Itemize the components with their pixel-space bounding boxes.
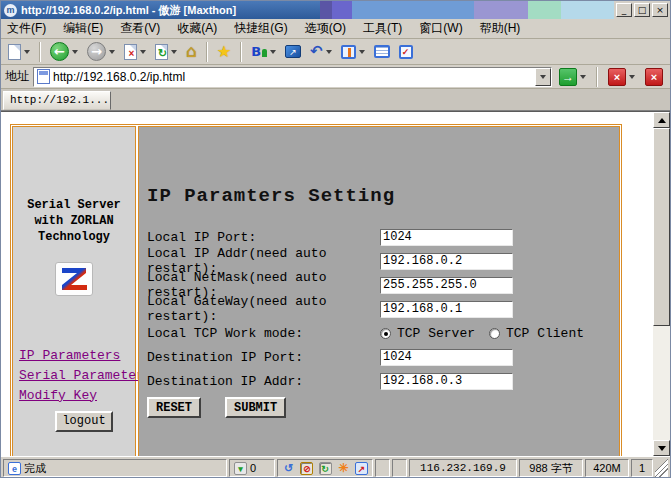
- tab-bar: http://192.1...: [1, 89, 670, 111]
- field-label: Destination IP Addr:: [147, 374, 380, 389]
- menu-favorites[interactable]: 收藏(A): [177, 20, 217, 37]
- radio-label: TCP Server: [397, 326, 475, 341]
- refresh-button[interactable]: ↻: [152, 41, 180, 63]
- address-label: 地址: [5, 68, 29, 85]
- brand-line: Serial Server: [27, 197, 121, 213]
- address-dropdown-button[interactable]: [535, 68, 551, 86]
- field-label: Local IP Port:: [147, 230, 380, 245]
- scroll-up-button[interactable]: [653, 112, 670, 128]
- sidebar: Serial Server with ZORLAN Technology: [12, 126, 136, 456]
- local-gateway-input[interactable]: [380, 301, 513, 318]
- empty-cell: [392, 459, 407, 477]
- resize-grip[interactable]: [655, 459, 668, 477]
- notes-button[interactable]: ✓: [396, 41, 416, 63]
- home-button[interactable]: ⌂: [183, 41, 200, 63]
- notes-icon: ✓: [399, 45, 413, 59]
- tcp-client-radio[interactable]: [489, 328, 500, 339]
- menu-view[interactable]: 查看(V): [120, 20, 160, 37]
- tab-current[interactable]: http://192.1...: [3, 91, 111, 110]
- toolbar: ← → × ↻ ⌂ ★ B ↗ ↶: [1, 39, 670, 65]
- ip-settings-form: Local IP Port: Local IP Addr(need auto r…: [147, 225, 619, 418]
- chevron-down-icon: [540, 75, 546, 79]
- logout-button[interactable]: logout: [55, 411, 113, 432]
- browser-window: m http://192.168.0.2/ip.html - 傲游 [Maxth…: [0, 0, 671, 478]
- auto-refresh-icon[interactable]: ↻: [319, 462, 332, 475]
- menu-window[interactable]: 窗口(W): [419, 20, 462, 37]
- plugins-button[interactable]: B: [248, 41, 279, 63]
- forward-icon: →: [87, 42, 106, 61]
- window-title: http://192.168.0.2/ip.html - 傲游 [Maxthon…: [21, 3, 236, 18]
- star-icon: ★: [217, 44, 231, 60]
- chevron-down-icon: [326, 50, 332, 54]
- menu-edit[interactable]: 编辑(E): [63, 20, 103, 37]
- page-status-icon: e: [8, 462, 21, 475]
- local-ip-addr-input[interactable]: [380, 253, 513, 270]
- undo-button[interactable]: ↶: [307, 41, 335, 63]
- menu-options[interactable]: 选项(O): [305, 20, 346, 37]
- close-button[interactable]: ×: [652, 3, 668, 17]
- form-row: Local GateWay(need auto restart):: [147, 297, 619, 321]
- minimize-button[interactable]: _: [616, 3, 632, 17]
- address-input[interactable]: [53, 69, 535, 85]
- page-icon: [37, 69, 50, 84]
- menu-bar: 文件(F) 编辑(E) 查看(V) 收藏(A) 快捷组(G) 选项(O) 工具(…: [1, 19, 670, 39]
- ad-filter-icon[interactable]: ✳: [337, 462, 350, 475]
- form-row: Local TCP Work mode: TCP Server TCP Clie…: [147, 321, 619, 345]
- close-all-button[interactable]: ×: [642, 66, 666, 88]
- chevron-down-icon: [580, 75, 586, 79]
- title-bar: m http://192.168.0.2/ip.html - 傲游 [Maxth…: [1, 1, 670, 19]
- arrow-up-icon: [658, 118, 666, 123]
- stop-icon: ×: [124, 44, 137, 60]
- scroll-down-button[interactable]: [653, 440, 670, 456]
- scrollbar-track[interactable]: [653, 326, 670, 440]
- nav-link-serial-parameters[interactable]: Serial Parameters: [19, 368, 152, 383]
- resource-sniffer-button[interactable]: [338, 41, 368, 63]
- nav-links: IP Parameters Serial Parameters Modify K…: [13, 348, 152, 403]
- stop-button[interactable]: ×: [121, 41, 149, 63]
- popup-blocker-icon[interactable]: ⊘: [300, 462, 313, 475]
- address-input-wrap: [33, 67, 552, 87]
- new-page-button[interactable]: [5, 41, 33, 63]
- close-tab-icon: ×: [608, 68, 626, 86]
- destination-ip-port-input[interactable]: [380, 349, 513, 366]
- chevron-down-icon: [109, 50, 115, 54]
- field-label: Destination IP Port:: [147, 350, 380, 365]
- submit-button[interactable]: SUBMIT: [225, 397, 286, 418]
- local-netmask-input[interactable]: [380, 277, 513, 294]
- go-button[interactable]: →: [556, 66, 589, 88]
- reset-button[interactable]: RESET: [147, 397, 201, 418]
- nav-link-ip-parameters[interactable]: IP Parameters: [19, 348, 152, 363]
- proxy-icon[interactable]: ↺: [282, 462, 295, 475]
- quick-access-icon[interactable]: ↗: [355, 462, 368, 475]
- nav-link-modify-key[interactable]: Modify Key: [19, 388, 152, 403]
- content-area: Serial Server with ZORLAN Technology: [1, 111, 670, 456]
- chevron-down-icon: [140, 50, 146, 54]
- web-page: Serial Server with ZORLAN Technology: [1, 112, 653, 456]
- skin-segment: [561, 1, 614, 19]
- page-frame: Serial Server with ZORLAN Technology: [10, 124, 622, 456]
- forward-button[interactable]: →: [84, 41, 118, 63]
- toolbar-separator: [39, 42, 41, 62]
- tcp-server-radio[interactable]: [380, 328, 391, 339]
- chevron-down-icon: [270, 50, 276, 54]
- favorites-button[interactable]: ★: [214, 41, 234, 63]
- menu-file[interactable]: 文件(F): [7, 20, 46, 37]
- vertical-scrollbar: [653, 112, 670, 456]
- brand-line: with ZORLAN: [27, 213, 121, 229]
- address-bar: 地址 → × ×: [1, 65, 670, 89]
- close-tab-button[interactable]: ×: [605, 66, 638, 88]
- maximize-button[interactable]: □: [634, 3, 650, 17]
- memory-cell: 420M: [585, 459, 629, 477]
- menu-groups[interactable]: 快捷组(G): [234, 20, 287, 37]
- screen-capture-button[interactable]: ↗: [282, 41, 304, 63]
- menu-tools[interactable]: 工具(T): [363, 20, 402, 37]
- form-list-button[interactable]: [371, 41, 393, 63]
- destination-ip-addr-input[interactable]: [380, 373, 513, 390]
- scrollbar-thumb[interactable]: [653, 128, 670, 326]
- chevron-down-icon: [359, 50, 365, 54]
- back-button[interactable]: ←: [47, 41, 81, 63]
- menu-help[interactable]: 帮助(H): [480, 20, 521, 37]
- form-row: Destination IP Addr:: [147, 369, 619, 393]
- resource-sniffer-icon: [341, 45, 356, 59]
- local-ip-port-input[interactable]: [380, 229, 513, 246]
